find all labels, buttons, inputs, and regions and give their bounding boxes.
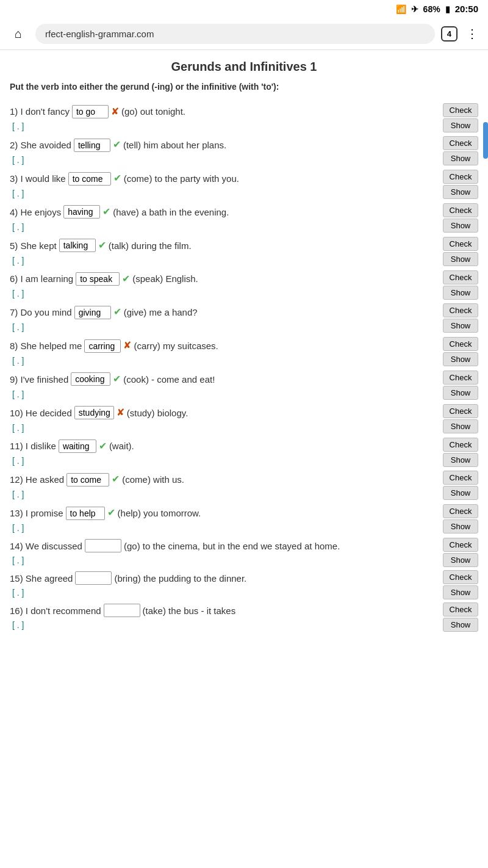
question-row-12: 12) He asked ✔ (come) with us. Check Sho… [10,471,478,488]
question-prefix-5: 5) She kept [10,237,57,254]
correct-icon: ✔ [113,303,121,321]
check-button-1[interactable]: Check [443,103,478,117]
btn-group-11: Check Show [443,438,478,467]
btn-group-9: Check Show [443,371,478,400]
question-text-10: 10) He decided ✘ (study) biology. [10,404,188,422]
check-button-15[interactable]: Check [443,570,478,584]
check-button-16[interactable]: Check [443,602,478,617]
check-button-9[interactable]: Check [443,371,478,385]
show-button-4[interactable]: Show [443,219,478,233]
question-row-10: 10) He decided ✘ (study) biology. Check … [10,404,478,422]
answer-input-16[interactable] [104,604,140,617]
show-button-13[interactable]: Show [443,519,478,533]
check-button-2[interactable]: Check [443,136,478,150]
check-button-11[interactable]: Check [443,438,478,452]
show-button-8[interactable]: Show [443,352,478,366]
answer-input-11[interactable] [59,439,96,453]
feedback-row-10: [ . ] [10,423,478,433]
answer-input-8[interactable] [84,339,121,353]
home-icon: ⌂ [15,27,22,41]
question-row-15: 15) She agreed (bring) the pudding to th… [10,570,478,587]
correct-icon: ✔ [99,438,107,455]
answer-input-1[interactable] [72,105,109,118]
check-button-8[interactable]: Check [443,337,478,351]
answer-input-7[interactable] [74,306,111,319]
answer-input-2[interactable] [74,139,110,152]
url-bar[interactable] [35,24,435,44]
show-button-5[interactable]: Show [443,252,478,266]
home-button[interactable]: ⌂ [7,23,29,45]
btn-group-6: Check Show [443,270,478,300]
question-text-15: 15) She agreed (bring) the pudding to th… [10,570,246,587]
show-button-3[interactable]: Show [443,185,478,199]
feedback-row-5: [ . ] [10,256,478,266]
check-button-6[interactable]: Check [443,270,478,284]
btn-group-10: Check Show [443,404,478,433]
btn-group-16: Check Show [443,602,478,632]
answer-input-6[interactable] [76,272,120,286]
question-block-9: 9) I've finished ✔ (cook) - come and eat… [10,371,478,399]
question-text-1: 1) I don't fancy ✘ (go) out tonight. [10,103,185,121]
check-button-10[interactable]: Check [443,404,478,418]
correct-icon: ✔ [122,270,130,288]
question-prefix-13: 13) I promise [10,505,63,521]
answer-input-9[interactable] [71,372,110,386]
question-prefix-16: 16) I don't recommend [10,602,101,619]
question-text-3: 3) I would like ✔ (come) to the party wi… [10,170,239,187]
answer-input-10[interactable] [74,406,114,419]
answer-input-15[interactable] [75,571,112,585]
btn-group-3: Check Show [443,170,478,199]
answer-input-12[interactable] [66,473,109,486]
question-suffix: (bring) the pudding to the dinner. [114,570,246,587]
show-button-9[interactable]: Show [443,386,478,400]
battery-icon: ▮ [445,4,450,14]
answer-input-3[interactable] [68,172,111,186]
show-button-16[interactable]: Show [443,618,478,632]
feedback-row-2: [ . ] [10,155,478,165]
answer-input-14[interactable] [85,539,121,552]
question-prefix-11: 11) I dislike [10,438,56,454]
show-button-12[interactable]: Show [443,486,478,500]
check-button-3[interactable]: Check [443,170,478,184]
menu-button[interactable]: ⋮ [464,24,481,43]
question-row-16: 16) I don't recommend (take) the bus - i… [10,602,478,619]
check-button-14[interactable]: Check [443,538,478,552]
question-row-14: 14) We discussed (go) to the cinema, but… [10,538,478,554]
question-prefix-9: 9) I've finished [10,371,68,388]
question-suffix: (help) you tomorrow. [118,505,201,521]
check-button-5[interactable]: Check [443,237,478,251]
feedback-row-4: [ . ] [10,222,478,232]
answer-input-13[interactable] [66,507,105,520]
show-button-11[interactable]: Show [443,453,478,467]
question-text-6: 6) I am learning ✔ (speak) English. [10,270,198,288]
browser-bar: ⌂ 4 ⋮ [0,18,488,50]
tab-count[interactable]: 4 [441,26,458,42]
question-prefix-1: 1) I don't fancy [10,103,70,120]
check-button-7[interactable]: Check [443,303,478,317]
page-content: Gerunds and Infinitives 1 Put the verb i… [0,50,488,645]
question-row-2: 2) She avoided ✔ (tell) him about her pl… [10,136,478,154]
answer-input-4[interactable] [63,205,100,219]
btn-group-1: Check Show [443,103,478,132]
battery-percent: 68% [423,4,440,14]
correct-icon: ✔ [112,471,120,488]
btn-group-5: Check Show [443,237,478,266]
answer-input-5[interactable] [59,239,96,252]
show-button-10[interactable]: Show [443,419,478,433]
show-button-14[interactable]: Show [443,553,478,567]
check-button-4[interactable]: Check [443,203,478,217]
show-button-1[interactable]: Show [443,118,478,132]
check-button-12[interactable]: Check [443,471,478,485]
question-row-3: 3) I would like ✔ (come) to the party wi… [10,170,478,187]
question-prefix-14: 14) We discussed [10,538,82,554]
question-suffix: (speak) English. [132,270,198,287]
question-block-10: 10) He decided ✘ (study) biology. Check … [10,404,478,433]
feedback-row-16: [ . ] [10,620,478,630]
question-block-3: 3) I would like ✔ (come) to the party wi… [10,170,478,198]
check-button-13[interactable]: Check [443,504,478,518]
show-button-2[interactable]: Show [443,151,478,165]
show-button-15[interactable]: Show [443,585,478,599]
show-button-7[interactable]: Show [443,319,478,333]
show-button-6[interactable]: Show [443,286,478,300]
question-text-8: 8) She helped me ✘ (carry) my suitcases. [10,337,218,355]
